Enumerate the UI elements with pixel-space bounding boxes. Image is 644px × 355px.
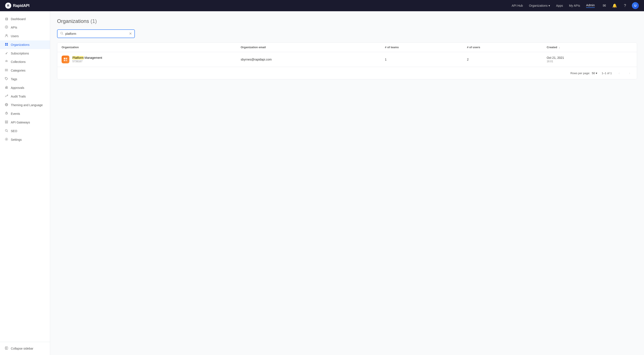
svg-rect-4	[7, 43, 8, 44]
sidebar-item-api-gateways[interactable]: API Gateways	[0, 118, 50, 127]
rows-per-page: Rows per page: 50 ▾	[570, 72, 597, 75]
svg-rect-29	[64, 58, 65, 59]
svg-point-10	[5, 69, 6, 69]
col-teams: # of teams	[380, 43, 463, 52]
org-cell: Platform Management 5739167	[57, 52, 236, 67]
subscriptions-icon: ✓	[4, 51, 9, 55]
layout: ⊟ Dashboard APIs Users	[0, 11, 644, 355]
svg-line-28	[62, 34, 63, 35]
sidebar-item-users[interactable]: Users	[0, 32, 50, 41]
svg-rect-5	[5, 45, 6, 46]
logo[interactable]: R RapidAPI	[5, 3, 30, 9]
svg-point-2	[6, 34, 7, 36]
svg-point-1	[6, 27, 7, 28]
apis-icon	[4, 25, 9, 30]
org-created: Oct 21, 2021 16:01	[542, 52, 637, 67]
sidebar-item-approvals[interactable]: Approvals	[0, 84, 50, 92]
sidebar-item-apis[interactable]: APIs	[0, 23, 50, 32]
svg-rect-21	[5, 123, 8, 123]
col-organization: Organization	[57, 43, 236, 52]
pagination-info: 1–1 of 1	[602, 72, 612, 75]
search-icon	[60, 32, 64, 36]
sidebar-item-audit-trails[interactable]: Audit Trails	[0, 92, 50, 101]
sort-icon: ↓	[559, 46, 560, 49]
table-header-row: Organization Organization email # of tea…	[57, 43, 637, 52]
sidebar: ⊟ Dashboard APIs Users	[0, 11, 50, 355]
sidebar-item-categories[interactable]: Categories	[0, 66, 50, 75]
org-name-highlight: Platform	[72, 56, 84, 60]
settings-icon	[4, 138, 9, 142]
main-content: Organizations (1) ✕ Organization Organiz…	[50, 11, 644, 355]
search-bar: ✕	[57, 30, 135, 38]
topnav-my-apis[interactable]: My APIs	[569, 4, 580, 7]
page-title: Organizations (1)	[57, 18, 637, 24]
svg-line-23	[7, 131, 8, 132]
sidebar-item-theming[interactable]: Theming and Language	[0, 101, 50, 109]
org-users: 2	[463, 52, 542, 67]
topnav-links: API Hub Organizations ▾ Apps My APIs Adm…	[512, 4, 595, 8]
theming-icon	[4, 103, 9, 107]
api-gateways-icon	[4, 120, 9, 125]
sidebar-item-organizations[interactable]: Organizations	[0, 41, 50, 49]
collapse-icon	[4, 346, 9, 351]
sidebar-item-events[interactable]: Events	[0, 109, 50, 118]
clear-search-button[interactable]: ✕	[129, 32, 132, 36]
topnav-organizations[interactable]: Organizations ▾	[529, 4, 550, 7]
org-avatar	[62, 56, 69, 63]
org-email: sbyrnes@rapidapi.com	[236, 52, 380, 67]
topnav: R RapidAPI API Hub Organizations ▾ Apps …	[0, 0, 644, 11]
collapse-sidebar-button[interactable]: Collapse sidebar	[4, 345, 46, 352]
logo-text: RapidAPI	[13, 4, 30, 8]
dashboard-icon: ⊟	[4, 17, 9, 21]
svg-rect-30	[66, 58, 67, 59]
svg-rect-31	[64, 60, 65, 61]
table-footer: Rows per page: 50 ▾ 1–1 of 1 ‹ ›	[57, 67, 637, 79]
topnav-admin[interactable]: Admin	[586, 4, 595, 8]
sidebar-item-dashboard[interactable]: ⊟ Dashboard	[0, 15, 50, 23]
categories-icon	[4, 68, 9, 73]
topnav-api-hub[interactable]: API Hub	[512, 4, 523, 7]
collections-icon	[4, 60, 9, 64]
mail-icon[interactable]: ✉	[601, 2, 608, 9]
org-name: Platform Management	[72, 56, 102, 60]
table-row[interactable]: Platform Management 5739167 sbyrnes@rapi…	[57, 52, 637, 67]
tags-icon	[4, 77, 9, 81]
svg-point-24	[6, 139, 7, 140]
pagination-next-button[interactable]: ›	[626, 70, 632, 76]
bell-icon[interactable]: 🔔	[611, 2, 618, 9]
approvals-icon	[4, 86, 9, 90]
svg-point-11	[5, 70, 6, 70]
topnav-apps[interactable]: Apps	[556, 4, 563, 7]
svg-rect-19	[5, 121, 8, 121]
avatar[interactable]: U	[632, 2, 639, 9]
search-input[interactable]	[65, 32, 127, 36]
org-teams: 1	[380, 52, 463, 67]
sidebar-item-subscriptions[interactable]: ✓ Subscriptions	[0, 49, 50, 58]
sidebar-item-seo[interactable]: SEO	[0, 127, 50, 135]
pagination-prev-button[interactable]: ‹	[616, 70, 622, 76]
col-users: # of users	[463, 43, 542, 52]
events-icon	[4, 112, 9, 116]
svg-point-13	[6, 78, 6, 79]
sidebar-item-tags[interactable]: Tags	[0, 75, 50, 84]
rows-per-page-select[interactable]: 50 ▾	[592, 72, 597, 75]
logo-icon: R	[5, 3, 11, 9]
sidebar-item-settings[interactable]: Settings	[0, 135, 50, 144]
svg-rect-3	[5, 43, 6, 44]
organizations-icon	[4, 43, 9, 47]
svg-rect-20	[5, 122, 8, 122]
col-email: Organization email	[236, 43, 380, 52]
svg-rect-25	[5, 347, 8, 349]
topnav-icons: ✉ 🔔 ? U	[601, 2, 639, 9]
help-icon[interactable]: ?	[622, 2, 628, 9]
svg-rect-32	[66, 60, 67, 61]
audit-trails-icon	[4, 94, 9, 99]
sidebar-item-collections[interactable]: Collections	[0, 58, 50, 66]
users-icon	[4, 34, 9, 38]
organizations-table: Organization Organization email # of tea…	[57, 42, 637, 79]
svg-point-12	[5, 71, 6, 71]
sidebar-bottom: Collapse sidebar	[0, 342, 50, 355]
col-created[interactable]: Created ↓	[542, 43, 637, 52]
org-id: 5739167	[72, 60, 102, 63]
seo-icon	[4, 129, 9, 133]
